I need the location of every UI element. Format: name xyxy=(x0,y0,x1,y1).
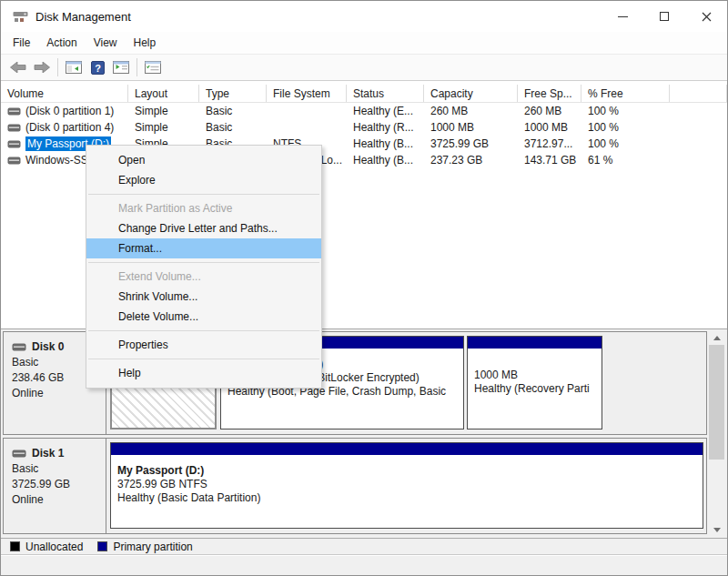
cell-pct-free: 100 % xyxy=(581,137,670,150)
disk1-partition-my-passport[interactable]: My Passport (D:) 3725.99 GB NTFS Healthy… xyxy=(110,442,703,529)
partition-status: Healthy (Recovery Parti xyxy=(474,382,602,396)
cell-status: Healthy (B... xyxy=(347,137,424,150)
vertical-scrollbar[interactable] xyxy=(709,330,724,537)
cell-layout: Simple xyxy=(128,121,199,134)
help-button[interactable]: ? xyxy=(86,56,109,78)
app-drive-icon xyxy=(13,11,28,23)
cell-capacity: 1000 MB xyxy=(424,121,518,134)
col-free-space[interactable]: Free Sp... xyxy=(518,85,581,102)
menu-separator xyxy=(88,262,319,263)
col-file-system[interactable]: File System xyxy=(267,85,347,102)
toolbar-separator xyxy=(57,58,58,76)
col-capacity[interactable]: Capacity xyxy=(424,85,518,102)
cell-status: Healthy (B... xyxy=(347,154,424,167)
disk-icon xyxy=(12,343,26,351)
back-button[interactable] xyxy=(6,56,30,78)
menu-view[interactable]: View xyxy=(86,33,126,53)
cell-status: Healthy (R... xyxy=(347,121,424,134)
cell-type: Basic xyxy=(199,121,267,134)
title-bar: Disk Management xyxy=(1,1,727,32)
disk1-type: Basic xyxy=(12,461,106,477)
menu-item-format[interactable]: Format... xyxy=(86,238,321,258)
volume-icon xyxy=(7,107,21,116)
disk1-size: 3725.99 GB xyxy=(12,477,106,492)
cell-free-space: 3712.97... xyxy=(518,137,581,150)
menu-item-properties[interactable]: Properties xyxy=(86,335,321,355)
col-status[interactable]: Status xyxy=(347,85,424,102)
toolbar: ? xyxy=(1,54,727,81)
disk1-row: Disk 1 Basic 3725.99 GB Online My Passpo… xyxy=(3,438,707,534)
action-pane-icon xyxy=(113,61,129,74)
cell-free-space: 143.71 GB xyxy=(518,154,581,167)
scroll-up-button[interactable] xyxy=(709,330,724,345)
menu-file[interactable]: File xyxy=(5,33,38,53)
forward-icon xyxy=(34,62,50,73)
help-icon: ? xyxy=(91,61,105,75)
partition-info: 3725.99 GB NTFS xyxy=(117,478,703,491)
volume-icon xyxy=(7,140,21,148)
status-bar xyxy=(1,556,727,576)
cell-type: Basic xyxy=(199,105,267,117)
chevron-down-icon xyxy=(713,528,721,532)
legend-primary-partition: Primary partition xyxy=(113,541,192,553)
cell-pct-free: 100 % xyxy=(581,121,670,134)
menu-separator xyxy=(88,194,319,195)
maximize-button[interactable] xyxy=(643,1,685,32)
menu-help[interactable]: Help xyxy=(126,33,165,53)
col-pct-free[interactable]: % Free xyxy=(581,85,670,102)
col-empty xyxy=(670,85,727,102)
disk1-status: Online xyxy=(12,492,106,508)
disk-icon xyxy=(12,450,26,458)
close-button[interactable] xyxy=(685,1,727,32)
cell-status: Healthy (E... xyxy=(347,105,424,117)
volume-name: (Disk 0 partition 4) xyxy=(25,121,114,134)
menu-separator xyxy=(88,359,319,359)
partition-name: My Passport (D:) xyxy=(117,464,703,478)
action-pane-button[interactable] xyxy=(109,56,133,78)
cell-capacity: 260 MB xyxy=(424,105,518,117)
menu-separator xyxy=(88,330,319,331)
menu-item-change-drive-letter[interactable]: Change Drive Letter and Paths... xyxy=(86,218,321,238)
legend-bar: Unallocated Primary partition xyxy=(1,538,727,555)
col-volume[interactable]: Volume xyxy=(1,85,128,102)
col-layout[interactable]: Layout xyxy=(128,85,199,102)
window-title: Disk Management xyxy=(35,10,131,24)
volume-row-disk0-partition1[interactable]: (Disk 0 partition 1) Simple Basic Health… xyxy=(1,103,727,119)
chevron-up-icon xyxy=(713,336,721,340)
disk1-label[interactable]: Disk 1 Basic 3725.99 GB Online xyxy=(4,439,106,533)
disk-management-window: Disk Management File Action View Help xyxy=(0,0,728,576)
disk0-name: Disk 0 xyxy=(32,339,64,355)
disk0-partition-recovery[interactable]: 1000 MB Healthy (Recovery Parti xyxy=(467,336,602,429)
cell-free-space: 1000 MB xyxy=(518,121,581,134)
toolbar-separator xyxy=(136,58,137,76)
partition-status: Healthy (Basic Data Partition) xyxy=(117,491,703,505)
console-tree-button[interactable] xyxy=(62,56,86,78)
properties-icon xyxy=(145,61,161,74)
unallocated-swatch xyxy=(10,541,20,551)
menu-action[interactable]: Action xyxy=(38,33,85,53)
volume-list-header: Volume Layout Type File System Status Ca… xyxy=(1,85,727,103)
cell-pct-free: 100 % xyxy=(581,105,670,117)
menu-item-shrink-volume[interactable]: Shrink Volume... xyxy=(86,287,321,307)
volume-icon xyxy=(7,157,21,165)
forward-button[interactable] xyxy=(30,56,54,78)
menu-item-delete-volume[interactable]: Delete Volume... xyxy=(86,307,321,327)
cell-free-space: 260 MB xyxy=(518,105,581,117)
menu-item-help[interactable]: Help xyxy=(86,363,321,383)
partition-color-bar xyxy=(468,337,602,349)
menu-item-explore[interactable]: Explore xyxy=(86,170,321,190)
volume-row-disk0-partition4[interactable]: (Disk 0 partition 4) Simple Basic Health… xyxy=(1,119,727,136)
menu-item-open[interactable]: Open xyxy=(86,150,321,170)
scroll-down-button[interactable] xyxy=(709,522,724,537)
partition-info: 1000 MB xyxy=(474,369,602,382)
close-icon xyxy=(702,12,712,22)
svg-text:?: ? xyxy=(95,62,101,73)
cell-pct-free: 61 % xyxy=(581,154,670,167)
minimize-button[interactable] xyxy=(602,1,643,32)
cell-layout: Simple xyxy=(128,105,199,117)
col-type[interactable]: Type xyxy=(199,85,267,102)
partition-color-bar xyxy=(111,443,703,455)
scrollbar-thumb[interactable] xyxy=(709,345,724,460)
properties-button[interactable] xyxy=(141,56,165,78)
menu-item-mark-partition-active: Mark Partition as Active xyxy=(86,198,321,218)
